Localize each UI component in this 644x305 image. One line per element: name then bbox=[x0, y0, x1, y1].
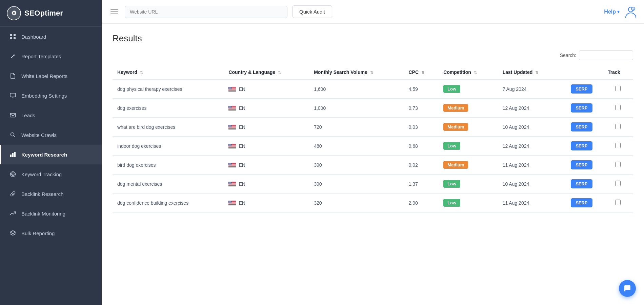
sort-volume-icon[interactable]: ⇅ bbox=[370, 70, 373, 75]
serp-button[interactable]: SERP bbox=[571, 141, 592, 150]
cell-keyword: bird dog exercises bbox=[113, 156, 224, 175]
svg-point-151 bbox=[229, 144, 229, 144]
sidebar-item-leads[interactable]: Leads bbox=[0, 105, 102, 125]
serp-button[interactable]: SERP bbox=[571, 122, 592, 131]
track-checkbox[interactable] bbox=[615, 200, 621, 205]
svg-point-46 bbox=[230, 88, 230, 88]
help-button[interactable]: Help ▾ bbox=[604, 9, 620, 15]
search-label: Search: bbox=[560, 53, 576, 58]
sort-competition-icon[interactable]: ⇅ bbox=[474, 70, 477, 75]
svg-point-201 bbox=[231, 163, 231, 163]
sidebar-item-website-crawls[interactable]: Website Crawls bbox=[0, 125, 102, 145]
svg-point-208 bbox=[229, 164, 229, 164]
svg-point-57 bbox=[230, 89, 230, 89]
svg-point-73 bbox=[231, 106, 232, 106]
col-header-last-updated[interactable]: Last Updated ⇅ bbox=[498, 65, 560, 79]
svg-point-155 bbox=[231, 144, 232, 144]
svg-point-243 bbox=[229, 182, 229, 183]
svg-point-285 bbox=[229, 201, 229, 202]
cell-cpc: 2.90 bbox=[404, 194, 439, 212]
quick-audit-button[interactable]: Quick Audit bbox=[292, 5, 332, 18]
svg-rect-189 bbox=[228, 166, 236, 167]
svg-point-298 bbox=[230, 202, 230, 203]
track-checkbox[interactable] bbox=[615, 105, 621, 110]
nav-label-bulk-reporting: Bulk Reporting bbox=[21, 230, 55, 236]
svg-point-42 bbox=[231, 87, 231, 88]
sidebar-item-dashboard[interactable]: Dashboard bbox=[0, 27, 102, 46]
svg-point-213 bbox=[229, 164, 229, 165]
cell-competition: Low bbox=[439, 194, 498, 212]
svg-point-50 bbox=[229, 88, 229, 89]
cell-serp: SERP bbox=[560, 175, 603, 194]
sort-country-icon[interactable]: ⇅ bbox=[278, 70, 281, 75]
serp-button[interactable]: SERP bbox=[571, 160, 592, 169]
track-checkbox[interactable] bbox=[615, 162, 621, 167]
svg-point-235 bbox=[230, 182, 230, 182]
sort-keyword-icon[interactable]: ⇅ bbox=[140, 70, 143, 75]
svg-point-32 bbox=[231, 87, 232, 87]
cell-serp: SERP bbox=[560, 118, 603, 137]
sidebar-item-bulk-reporting[interactable]: Bulk Reporting bbox=[0, 223, 102, 243]
serp-button[interactable]: SERP bbox=[571, 84, 592, 94]
cell-volume: 390 bbox=[309, 175, 404, 194]
cell-cpc: 0.73 bbox=[404, 99, 439, 118]
table-row: dog exercises bbox=[113, 99, 633, 118]
svg-point-248 bbox=[231, 182, 232, 183]
cell-country: EN bbox=[224, 99, 309, 118]
svg-point-219 bbox=[229, 165, 229, 165]
hamburger-button[interactable] bbox=[108, 7, 120, 16]
svg-point-279 bbox=[229, 201, 229, 201]
sidebar-item-white-label-reports[interactable]: White Label Reports bbox=[0, 66, 102, 86]
col-header-cpc[interactable]: CPC ⇅ bbox=[404, 65, 439, 79]
sidebar-item-backlink-research[interactable]: Backlink Research bbox=[0, 184, 102, 204]
table-row: bird dog exercises bbox=[113, 156, 633, 175]
track-checkbox[interactable] bbox=[615, 124, 621, 129]
serp-button[interactable]: SERP bbox=[571, 103, 592, 113]
track-checkbox[interactable] bbox=[615, 143, 621, 148]
chat-bubble[interactable] bbox=[619, 280, 636, 297]
sidebar-item-backlink-monitoring[interactable]: Backlink Monitoring bbox=[0, 204, 102, 223]
cell-serp: SERP bbox=[560, 79, 603, 99]
svg-point-203 bbox=[229, 163, 229, 164]
sort-cpc-icon[interactable]: ⇅ bbox=[421, 70, 424, 75]
serp-button[interactable]: SERP bbox=[571, 179, 592, 188]
nav-label-white-label-reports: White Label Reports bbox=[21, 73, 67, 79]
svg-point-218 bbox=[231, 164, 232, 165]
sort-lastupdated-icon[interactable]: ⇅ bbox=[535, 70, 538, 75]
svg-point-28 bbox=[229, 87, 229, 87]
svg-rect-147 bbox=[228, 147, 236, 147]
search-input[interactable] bbox=[579, 50, 633, 60]
cell-cpc: 0.68 bbox=[404, 137, 439, 156]
track-checkbox[interactable] bbox=[615, 181, 621, 186]
svg-rect-230 bbox=[228, 185, 236, 186]
sidebar-item-embedding-settings[interactable]: Embedding Settings bbox=[0, 86, 102, 105]
svg-point-237 bbox=[231, 182, 232, 182]
serp-button[interactable]: SERP bbox=[571, 198, 592, 207]
svg-point-77 bbox=[230, 106, 231, 106]
cell-track bbox=[603, 79, 633, 99]
sidebar-item-keyword-research[interactable]: Keyword Research bbox=[0, 145, 102, 164]
cell-last-updated: 11 Aug 2024 bbox=[498, 194, 560, 212]
cell-country: EN bbox=[224, 156, 309, 175]
us-flag-icon bbox=[228, 163, 236, 167]
sidebar-item-report-templates[interactable]: Report Templates bbox=[0, 46, 102, 66]
svg-point-157 bbox=[229, 144, 230, 144]
svg-point-299 bbox=[231, 202, 231, 203]
svg-point-274 bbox=[229, 201, 229, 201]
user-icon[interactable]: + bbox=[624, 5, 637, 18]
svg-rect-65 bbox=[228, 109, 236, 109]
svg-point-294 bbox=[231, 202, 231, 202]
svg-point-295 bbox=[229, 202, 229, 203]
cell-country: EN bbox=[224, 175, 309, 194]
url-input[interactable] bbox=[125, 6, 287, 18]
col-header-country-language[interactable]: Country & Language ⇅ bbox=[224, 65, 309, 79]
sidebar-item-keyword-tracking[interactable]: Keyword Tracking bbox=[0, 164, 102, 184]
track-checkbox[interactable] bbox=[615, 86, 621, 91]
svg-point-246 bbox=[230, 182, 230, 183]
svg-point-281 bbox=[230, 201, 230, 201]
col-header-monthly-search-volume[interactable]: Monthly Search Volume ⇅ bbox=[309, 65, 404, 79]
svg-point-276 bbox=[230, 201, 230, 201]
col-header-keyword[interactable]: Keyword ⇅ bbox=[113, 65, 224, 79]
svg-rect-105 bbox=[228, 127, 236, 127]
col-header-competition[interactable]: Competition ⇅ bbox=[439, 65, 498, 79]
